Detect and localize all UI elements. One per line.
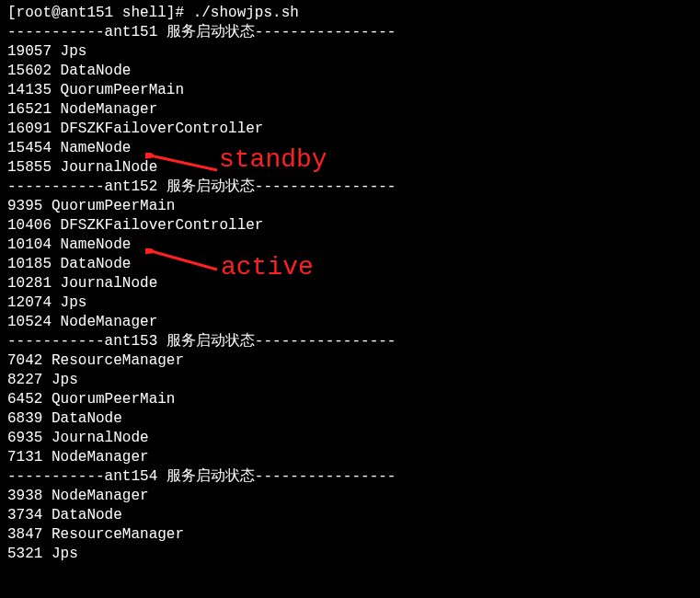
process-line: 7042 ResourceManager xyxy=(7,351,693,371)
process-line: 6935 JournalNode xyxy=(7,429,693,448)
process-line: 3734 DataNode xyxy=(7,506,693,525)
process-line: 16521 NodeManager xyxy=(7,100,693,120)
process-line: 10406 DFSZKFailoverController xyxy=(7,216,693,236)
process-line: 10281 JournalNode xyxy=(7,274,693,293)
process-line: 8227 Jps xyxy=(7,371,693,390)
process-line: 15454 NameNode xyxy=(7,139,693,158)
prompt-line: [root@ant151 shell]# ./showjps.sh xyxy=(7,4,693,23)
process-line: 3847 ResourceManager xyxy=(7,525,693,545)
section-header: -----------ant151 服务启动状态---------------- xyxy=(7,23,693,42)
process-line: 14135 QuorumPeerMain xyxy=(7,81,693,100)
section-header: -----------ant152 服务启动状态---------------- xyxy=(7,178,693,197)
process-line: 10104 NameNode xyxy=(7,236,693,255)
process-line: 7131 NodeManager xyxy=(7,448,693,467)
process-line: 9395 QuorumPeerMain xyxy=(7,197,693,216)
section-header: -----------ant153 服务启动状态---------------- xyxy=(7,332,693,351)
process-line: 3938 NodeManager xyxy=(7,487,693,506)
process-line: 10524 NodeManager xyxy=(7,313,693,332)
process-line: 15602 DataNode xyxy=(7,62,693,81)
process-line: 6839 DataNode xyxy=(7,409,693,429)
process-line: 15855 JournalNode xyxy=(7,158,693,178)
process-line: 5321 Jps xyxy=(7,545,693,564)
process-line: 19057 Jps xyxy=(7,42,693,62)
section-header: -----------ant154 服务启动状态---------------- xyxy=(7,467,693,487)
process-line: 10185 DataNode xyxy=(7,255,693,274)
process-line: 16091 DFSZKFailoverController xyxy=(7,120,693,139)
process-line: 12074 Jps xyxy=(7,293,693,313)
terminal-output: [root@ant151 shell]# ./showjps.sh ------… xyxy=(7,4,693,564)
process-line: 6452 QuorumPeerMain xyxy=(7,390,693,409)
